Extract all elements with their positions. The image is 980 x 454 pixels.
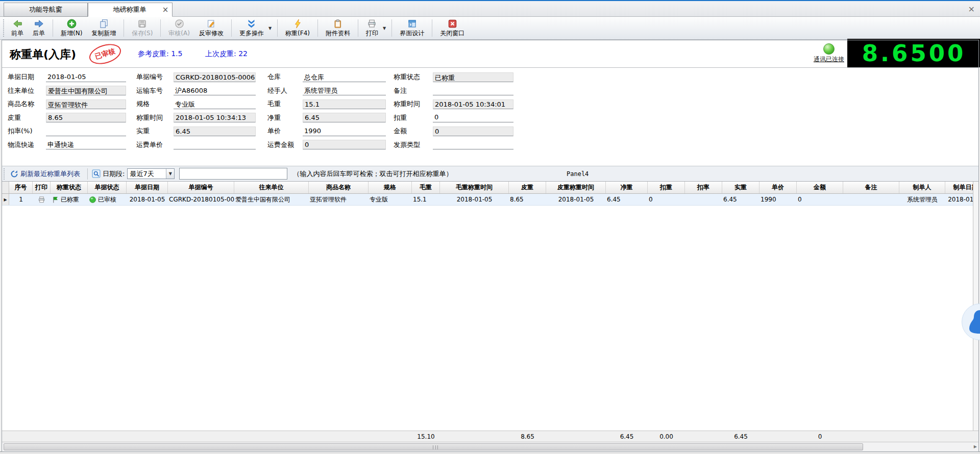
cell-amount[interactable]: 0 <box>797 194 843 205</box>
horizontal-scrollbar[interactable]: ▶ <box>2 442 978 451</box>
cell-partner[interactable]: 爱普生中国有限公司 <box>234 194 309 205</box>
form-row: 称重时间2018-01-05 10:34:01 <box>394 97 513 111</box>
field-value-editable[interactable]: 2018-01-05 <box>46 72 126 82</box>
tab-bar: 功能导航窗 地磅称重单 × × <box>0 1 980 17</box>
scrollbar-thumb[interactable] <box>4 443 863 450</box>
more-actions-dropdown-caret-icon[interactable]: ▼ <box>268 17 274 39</box>
tab-function-nav[interactable]: 功能导航窗 <box>4 3 88 17</box>
search-input[interactable] <box>179 168 287 180</box>
cell-remark[interactable] <box>843 194 899 205</box>
column-header-deduct_rate[interactable]: 扣率 <box>685 182 722 193</box>
print-button[interactable]: 打印 <box>361 17 383 39</box>
weigh-button[interactable]: 称重(F4) <box>281 17 314 39</box>
cell-doc_no[interactable]: CGRKD-20180105-00 <box>168 194 234 205</box>
column-header-spec[interactable]: 规格 <box>369 182 412 193</box>
column-header-deduct_weight[interactable]: 扣重 <box>648 182 685 193</box>
column-header-seq[interactable]: 序号 <box>9 182 33 193</box>
cell-text: 8.65 <box>510 196 524 203</box>
column-header-tare_time[interactable]: 皮重称重时间 <box>546 182 606 193</box>
column-header-product[interactable]: 商品名称 <box>309 182 369 193</box>
tabstrip-close-icon[interactable]: × <box>968 5 975 13</box>
field-value-editable[interactable] <box>433 140 513 149</box>
form-row: 单据日期2018-01-05 <box>8 70 126 84</box>
summary-doc_date <box>127 431 168 442</box>
connection-indicator[interactable]: 通讯已连接 <box>807 42 850 64</box>
field-value-editable[interactable]: 沪A86008 <box>174 86 256 95</box>
reverse-audit-button[interactable]: 反审修改 <box>194 17 228 39</box>
cell-tare_time[interactable]: 2018-01-05 <box>546 194 606 205</box>
cell-product[interactable]: 亚拓管理软件 <box>309 194 369 205</box>
column-header-price[interactable]: 单价 <box>760 182 797 193</box>
close-window-button[interactable]: 关闭窗口 <box>435 17 469 39</box>
attachments-button[interactable]: 附件资料 <box>321 17 355 39</box>
column-header-print[interactable]: 打印 <box>33 182 51 193</box>
field-value-editable[interactable] <box>174 140 256 149</box>
field-value-editable[interactable]: 总仓库 <box>303 72 386 82</box>
cell-deduct_rate[interactable] <box>685 194 722 205</box>
cell-actual[interactable]: 6.45 <box>722 194 760 205</box>
printer-icon[interactable] <box>38 196 45 204</box>
panel-separator <box>87 168 88 180</box>
cell-spec[interactable]: 专业版 <box>369 194 412 205</box>
chevron-down-icon[interactable]: ▼ <box>166 169 174 179</box>
cell-print[interactable] <box>33 194 51 205</box>
ui-design-button[interactable]: 界面设计 <box>395 17 429 39</box>
column-header-tare[interactable]: 皮重 <box>509 182 546 193</box>
column-header-creator[interactable]: 制单人 <box>899 182 945 193</box>
cell-doc_status[interactable]: 已审核 <box>88 194 127 205</box>
column-header-amount[interactable]: 金额 <box>797 182 843 193</box>
column-header-doc_no[interactable]: 单据编号 <box>168 182 234 193</box>
column-header-partner[interactable]: 往来单位 <box>234 182 309 193</box>
refresh-list-button[interactable]: 刷新最近称重单列表 <box>7 169 84 179</box>
field-value-editable[interactable] <box>433 86 513 95</box>
field-value-editable[interactable]: 1990 <box>303 127 386 136</box>
cell-seq[interactable]: 1 <box>9 194 33 205</box>
summary-deduct_rate <box>685 431 722 442</box>
toolbar-grip[interactable] <box>3 19 5 37</box>
field-value-editable[interactable]: 申通快递 <box>46 140 126 149</box>
column-header-actual[interactable]: 实重 <box>722 182 760 193</box>
field-value-editable[interactable]: 系统管理员 <box>303 86 386 95</box>
cell-gross[interactable]: 15.1 <box>412 194 440 205</box>
cell-creator[interactable]: 系统管理员 <box>899 194 945 205</box>
table-header: 序号打印称重状态单据状态单据日期单据编号往来单位商品名称规格毛重毛重称重时间皮重… <box>2 182 978 194</box>
tab-weighbridge-ticket[interactable]: 地磅称重单 × <box>88 3 173 17</box>
column-header-remark[interactable]: 备注 <box>843 182 899 193</box>
form-row: 净重6.45 <box>267 111 386 125</box>
form-row: 扣率(%) <box>8 124 126 138</box>
cell-tare[interactable]: 8.65 <box>509 194 546 205</box>
cell-doc_date[interactable]: 2018-01-05 <box>127 194 168 205</box>
search-hint: （输入内容后回车即可检索；双击可打开相应称重单） <box>293 169 452 179</box>
document-header: 称重单(入库) 已审核 参考皮重: 1.5 上次皮重: 22 通讯已连接 8.6… <box>2 40 978 68</box>
cell-weigh_status[interactable]: 已称重 <box>51 194 88 205</box>
column-header-weigh_status[interactable]: 称重状态 <box>51 182 88 193</box>
summary-net: 6.45 <box>606 431 648 442</box>
field-value-editable[interactable]: 专业版 <box>174 99 256 109</box>
column-header-doc_status[interactable]: 单据状态 <box>88 182 127 193</box>
field-value-editable[interactable] <box>46 127 126 136</box>
cell-gross_time[interactable]: 2018-01-05 <box>440 194 509 205</box>
cell-net[interactable]: 6.45 <box>606 194 648 205</box>
date-range-select[interactable]: 最近7天 ▼ <box>127 168 175 179</box>
more-actions-button[interactable]: 更多操作 <box>235 17 268 39</box>
scrollbar-right-arrow-icon[interactable]: ▶ <box>974 444 977 449</box>
column-header-doc_date[interactable]: 单据日期 <box>127 182 168 193</box>
prev-doc-button[interactable]: 前单 <box>7 17 28 39</box>
copy-new-button[interactable]: 复制新增 <box>87 17 120 39</box>
lightning-icon <box>293 19 303 29</box>
add-new-button[interactable]: 新增(N) <box>56 17 87 39</box>
column-header-gross_time[interactable]: 毛重称重时间 <box>440 182 509 193</box>
table-row[interactable]: ▶ 1已称重已审核2018-01-05CGRKD-20180105-00爱普生中… <box>2 194 978 206</box>
next-doc-button[interactable]: 后单 <box>28 17 50 39</box>
cell-deduct_weight[interactable]: 0 <box>648 194 685 205</box>
panel-grip[interactable] <box>4 168 5 180</box>
column-header-net[interactable]: 净重 <box>606 182 648 193</box>
cell-price[interactable]: 1990 <box>760 194 797 205</box>
connection-status-label[interactable]: 通讯已连接 <box>807 55 850 64</box>
print-dropdown-caret-icon[interactable]: ▼ <box>383 17 388 39</box>
audit-button: 审核(A) <box>164 17 194 39</box>
tab-close-icon[interactable]: × <box>159 5 172 14</box>
field-value-readonly: 亚拓管理软件 <box>46 99 126 109</box>
column-header-gross[interactable]: 毛重 <box>412 182 440 193</box>
field-value-editable[interactable]: 0 <box>433 113 513 122</box>
